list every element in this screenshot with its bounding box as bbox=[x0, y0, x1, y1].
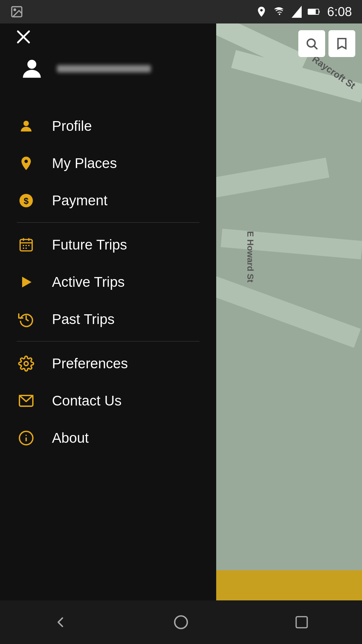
svg-marker-26 bbox=[292, 6, 302, 18]
svg-text:$: $ bbox=[23, 196, 28, 206]
profile-label: Profile bbox=[52, 118, 92, 134]
envelope-icon bbox=[17, 391, 35, 410]
back-button[interactable] bbox=[44, 609, 77, 636]
menu-item-past-trips[interactable]: Past Trips bbox=[0, 301, 216, 338]
svg-point-0 bbox=[307, 39, 315, 47]
map-background: Raycroft St E Howard St bbox=[215, 0, 362, 644]
svg-point-24 bbox=[14, 9, 16, 11]
user-name-blurred bbox=[57, 65, 151, 72]
map-bookmark-button[interactable] bbox=[328, 30, 355, 57]
map-bottom-bar bbox=[215, 570, 362, 600]
svg-line-1 bbox=[314, 46, 317, 49]
wifi-icon bbox=[274, 6, 286, 18]
preferences-label: Preferences bbox=[52, 356, 128, 372]
nav-bar bbox=[0, 600, 362, 644]
menu-item-contact-us[interactable]: Contact Us bbox=[0, 382, 216, 419]
menu-list: Profile My Places $ Payment bbox=[0, 101, 216, 644]
signal-icon bbox=[292, 6, 302, 18]
menu-item-active-trips[interactable]: Active Trips bbox=[0, 263, 216, 301]
payment-label: Payment bbox=[52, 193, 108, 209]
contact-us-label: Contact Us bbox=[52, 393, 122, 409]
play-icon bbox=[17, 273, 35, 291]
svg-rect-29 bbox=[309, 10, 315, 14]
svg-point-5 bbox=[23, 121, 29, 126]
menu-item-my-places[interactable]: My Places bbox=[0, 145, 216, 182]
close-button[interactable] bbox=[13, 27, 34, 47]
gear-icon bbox=[17, 354, 35, 373]
location-pin-icon bbox=[17, 154, 35, 172]
calendar-icon bbox=[17, 235, 35, 254]
active-trips-label: Active Trips bbox=[52, 274, 125, 290]
map-search-button[interactable] bbox=[298, 30, 325, 57]
image-icon bbox=[10, 5, 23, 18]
info-circle-icon bbox=[17, 429, 35, 447]
svg-rect-31 bbox=[296, 617, 307, 628]
past-trips-label: Past Trips bbox=[52, 311, 115, 327]
location-status-icon bbox=[255, 6, 267, 18]
home-button[interactable] bbox=[164, 609, 198, 636]
menu-item-future-trips[interactable]: Future Trips bbox=[0, 226, 216, 263]
battery-icon bbox=[308, 7, 321, 17]
status-bar: 6:08 bbox=[0, 0, 362, 23]
person-icon bbox=[17, 117, 35, 135]
menu-item-about[interactable]: About bbox=[0, 419, 216, 457]
svg-marker-17 bbox=[22, 277, 32, 287]
menu-item-profile[interactable]: Profile bbox=[0, 107, 216, 145]
side-drawer: Profile My Places $ Payment bbox=[0, 0, 216, 644]
menu-item-preferences[interactable]: Preferences bbox=[0, 345, 216, 382]
avatar bbox=[17, 54, 47, 84]
my-places-label: My Places bbox=[52, 155, 117, 171]
future-trips-label: Future Trips bbox=[52, 237, 127, 253]
dollar-circle-icon: $ bbox=[17, 191, 35, 210]
svg-point-4 bbox=[27, 60, 37, 69]
svg-point-30 bbox=[175, 616, 187, 629]
divider-1 bbox=[17, 222, 199, 223]
svg-point-18 bbox=[24, 362, 28, 366]
history-icon bbox=[17, 310, 35, 328]
status-bar-left bbox=[10, 5, 23, 18]
menu-item-payment[interactable]: $ Payment bbox=[0, 182, 216, 219]
divider-2 bbox=[17, 341, 199, 341]
status-time: 6:08 bbox=[327, 5, 352, 19]
about-label: About bbox=[52, 430, 89, 446]
recent-apps-button[interactable] bbox=[285, 609, 318, 636]
svg-point-25 bbox=[279, 13, 281, 15]
map-top-buttons bbox=[298, 30, 355, 57]
status-bar-right: 6:08 bbox=[255, 5, 352, 19]
